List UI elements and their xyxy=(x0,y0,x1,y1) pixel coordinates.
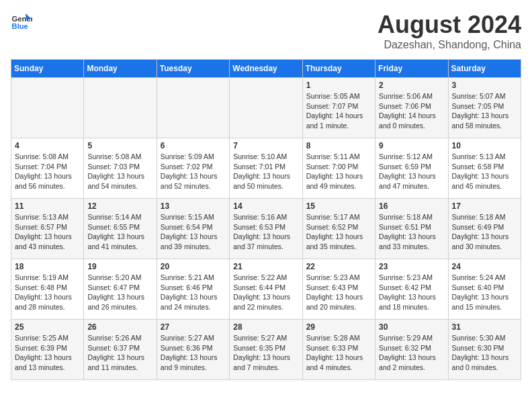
calendar-cell: 30Sunrise: 5:29 AM Sunset: 6:32 PM Dayli… xyxy=(375,320,448,380)
calendar-cell: 9Sunrise: 5:12 AM Sunset: 6:59 PM Daylig… xyxy=(375,138,448,199)
subtitle: Dazeshan, Shandong, China xyxy=(378,39,521,51)
day-number: 28 xyxy=(233,322,298,332)
day-info: Sunrise: 5:13 AM Sunset: 6:57 PM Dayligh… xyxy=(15,212,80,252)
weekday-header-row: SundayMondayTuesdayWednesdayThursdayFrid… xyxy=(11,60,521,78)
calendar-cell: 12Sunrise: 5:14 AM Sunset: 6:55 PM Dayli… xyxy=(84,199,157,259)
calendar-cell: 1Sunrise: 5:05 AM Sunset: 7:07 PM Daylig… xyxy=(302,78,375,138)
calendar-cell xyxy=(230,78,302,138)
weekday-header-saturday: Saturday xyxy=(448,60,521,78)
calendar-cell xyxy=(84,78,157,138)
page-header: General Blue August 2024 Dazeshan, Shand… xyxy=(11,11,521,51)
calendar-week-row: 11Sunrise: 5:13 AM Sunset: 6:57 PM Dayli… xyxy=(11,199,521,259)
day-info: Sunrise: 5:05 AM Sunset: 7:07 PM Dayligh… xyxy=(306,91,371,131)
day-info: Sunrise: 5:21 AM Sunset: 6:46 PM Dayligh… xyxy=(161,273,226,312)
day-info: Sunrise: 5:13 AM Sunset: 6:58 PM Dayligh… xyxy=(452,152,517,191)
day-number: 1 xyxy=(306,81,371,90)
calendar-week-row: 25Sunrise: 5:25 AM Sunset: 6:39 PM Dayli… xyxy=(11,320,521,380)
day-info: Sunrise: 5:23 AM Sunset: 6:42 PM Dayligh… xyxy=(379,273,444,312)
day-number: 16 xyxy=(379,201,444,211)
day-info: Sunrise: 5:30 AM Sunset: 6:30 PM Dayligh… xyxy=(452,333,517,373)
day-number: 8 xyxy=(306,141,371,150)
day-info: Sunrise: 5:09 AM Sunset: 7:02 PM Dayligh… xyxy=(161,152,226,191)
day-info: Sunrise: 5:18 AM Sunset: 6:49 PM Dayligh… xyxy=(452,212,517,252)
day-number: 30 xyxy=(379,322,444,332)
day-number: 31 xyxy=(452,322,517,332)
calendar-cell: 20Sunrise: 5:21 AM Sunset: 6:46 PM Dayli… xyxy=(157,259,229,320)
day-info: Sunrise: 5:11 AM Sunset: 7:00 PM Dayligh… xyxy=(306,152,371,191)
calendar-cell: 28Sunrise: 5:27 AM Sunset: 6:35 PM Dayli… xyxy=(230,320,302,380)
calendar-cell xyxy=(157,78,229,138)
day-info: Sunrise: 5:25 AM Sunset: 6:39 PM Dayligh… xyxy=(15,333,80,373)
day-number: 18 xyxy=(15,262,80,271)
weekday-header-sunday: Sunday xyxy=(11,60,84,78)
day-number: 17 xyxy=(452,201,517,211)
weekday-header-wednesday: Wednesday xyxy=(230,60,302,78)
day-number: 4 xyxy=(15,141,80,150)
calendar-cell xyxy=(11,78,84,138)
day-number: 7 xyxy=(233,141,298,150)
calendar-body: 1Sunrise: 5:05 AM Sunset: 7:07 PM Daylig… xyxy=(11,78,521,380)
calendar-cell: 23Sunrise: 5:23 AM Sunset: 6:42 PM Dayli… xyxy=(375,259,448,320)
weekday-header-monday: Monday xyxy=(84,60,157,78)
calendar-week-row: 4Sunrise: 5:08 AM Sunset: 7:04 PM Daylig… xyxy=(11,138,521,199)
day-info: Sunrise: 5:23 AM Sunset: 6:43 PM Dayligh… xyxy=(306,273,371,312)
calendar-cell: 6Sunrise: 5:09 AM Sunset: 7:02 PM Daylig… xyxy=(157,138,229,199)
day-info: Sunrise: 5:29 AM Sunset: 6:32 PM Dayligh… xyxy=(379,333,444,373)
calendar-week-row: 1Sunrise: 5:05 AM Sunset: 7:07 PM Daylig… xyxy=(11,78,521,138)
calendar-cell: 19Sunrise: 5:20 AM Sunset: 6:47 PM Dayli… xyxy=(84,259,157,320)
day-number: 15 xyxy=(306,201,371,211)
calendar-cell: 29Sunrise: 5:28 AM Sunset: 6:33 PM Dayli… xyxy=(302,320,375,380)
weekday-header-thursday: Thursday xyxy=(302,60,375,78)
day-info: Sunrise: 5:18 AM Sunset: 6:51 PM Dayligh… xyxy=(379,212,444,252)
day-info: Sunrise: 5:07 AM Sunset: 7:05 PM Dayligh… xyxy=(452,91,517,131)
calendar-cell: 3Sunrise: 5:07 AM Sunset: 7:05 PM Daylig… xyxy=(448,78,521,138)
day-info: Sunrise: 5:06 AM Sunset: 7:06 PM Dayligh… xyxy=(379,91,444,131)
logo: General Blue xyxy=(11,11,32,32)
calendar-cell: 17Sunrise: 5:18 AM Sunset: 6:49 PM Dayli… xyxy=(448,199,521,259)
day-info: Sunrise: 5:28 AM Sunset: 6:33 PM Dayligh… xyxy=(306,333,371,373)
calendar-week-row: 18Sunrise: 5:19 AM Sunset: 6:48 PM Dayli… xyxy=(11,259,521,320)
day-info: Sunrise: 5:20 AM Sunset: 6:47 PM Dayligh… xyxy=(87,273,152,312)
calendar-cell: 22Sunrise: 5:23 AM Sunset: 6:43 PM Dayli… xyxy=(302,259,375,320)
calendar-cell: 8Sunrise: 5:11 AM Sunset: 7:00 PM Daylig… xyxy=(302,138,375,199)
calendar-header: SundayMondayTuesdayWednesdayThursdayFrid… xyxy=(11,60,521,78)
day-info: Sunrise: 5:08 AM Sunset: 7:03 PM Dayligh… xyxy=(87,152,152,191)
calendar-cell: 18Sunrise: 5:19 AM Sunset: 6:48 PM Dayli… xyxy=(11,259,84,320)
day-info: Sunrise: 5:14 AM Sunset: 6:55 PM Dayligh… xyxy=(87,212,152,252)
calendar-cell: 16Sunrise: 5:18 AM Sunset: 6:51 PM Dayli… xyxy=(375,199,448,259)
day-info: Sunrise: 5:15 AM Sunset: 6:54 PM Dayligh… xyxy=(161,212,226,252)
weekday-header-tuesday: Tuesday xyxy=(157,60,229,78)
day-info: Sunrise: 5:12 AM Sunset: 6:59 PM Dayligh… xyxy=(379,152,444,191)
title-block: August 2024 Dazeshan, Shandong, China xyxy=(378,11,521,51)
day-number: 5 xyxy=(87,141,152,150)
calendar-cell: 2Sunrise: 5:06 AM Sunset: 7:06 PM Daylig… xyxy=(375,78,448,138)
day-number: 21 xyxy=(233,262,298,271)
day-number: 9 xyxy=(379,141,444,150)
day-number: 3 xyxy=(452,81,517,90)
day-info: Sunrise: 5:26 AM Sunset: 6:37 PM Dayligh… xyxy=(87,333,152,373)
day-info: Sunrise: 5:17 AM Sunset: 6:52 PM Dayligh… xyxy=(306,212,371,252)
day-info: Sunrise: 5:27 AM Sunset: 6:36 PM Dayligh… xyxy=(161,333,226,373)
day-number: 6 xyxy=(161,141,226,150)
day-info: Sunrise: 5:19 AM Sunset: 6:48 PM Dayligh… xyxy=(15,273,80,312)
day-number: 12 xyxy=(87,201,152,211)
calendar-cell: 14Sunrise: 5:16 AM Sunset: 6:53 PM Dayli… xyxy=(230,199,302,259)
day-number: 2 xyxy=(379,81,444,90)
calendar-cell: 10Sunrise: 5:13 AM Sunset: 6:58 PM Dayli… xyxy=(448,138,521,199)
svg-text:Blue: Blue xyxy=(12,22,28,30)
day-info: Sunrise: 5:27 AM Sunset: 6:35 PM Dayligh… xyxy=(233,333,298,373)
weekday-header-friday: Friday xyxy=(375,60,448,78)
day-number: 29 xyxy=(306,322,371,332)
calendar-cell: 26Sunrise: 5:26 AM Sunset: 6:37 PM Dayli… xyxy=(84,320,157,380)
day-number: 11 xyxy=(15,201,80,211)
calendar-cell: 11Sunrise: 5:13 AM Sunset: 6:57 PM Dayli… xyxy=(11,199,84,259)
calendar-cell: 31Sunrise: 5:30 AM Sunset: 6:30 PM Dayli… xyxy=(448,320,521,380)
main-title: August 2024 xyxy=(378,11,521,39)
day-number: 13 xyxy=(161,201,226,211)
day-number: 14 xyxy=(233,201,298,211)
day-number: 19 xyxy=(87,262,152,271)
day-number: 25 xyxy=(15,322,80,332)
day-number: 26 xyxy=(87,322,152,332)
day-info: Sunrise: 5:10 AM Sunset: 7:01 PM Dayligh… xyxy=(233,152,298,191)
calendar-cell: 27Sunrise: 5:27 AM Sunset: 6:36 PM Dayli… xyxy=(157,320,229,380)
